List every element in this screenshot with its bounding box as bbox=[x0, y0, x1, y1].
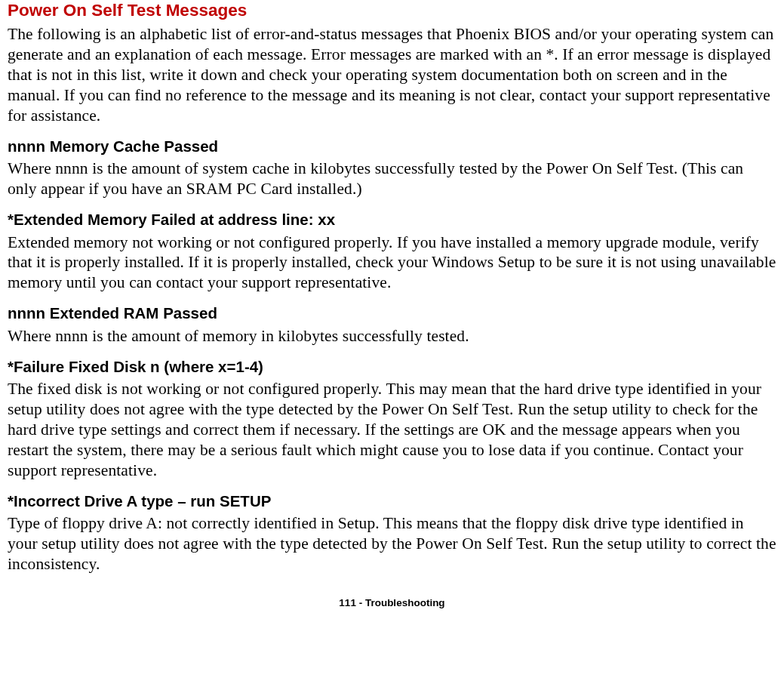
section-body: The fixed disk is not working or not con… bbox=[8, 379, 776, 480]
section-body: Type of floppy drive A: not correctly id… bbox=[8, 513, 776, 574]
section-title: nnnn Memory Cache Passed bbox=[8, 137, 776, 156]
section-title: nnnn Extended RAM Passed bbox=[8, 303, 776, 323]
section-title: *Failure Fixed Disk n (where x=1-4) bbox=[8, 357, 776, 377]
intro-paragraph: The following is an alphabetic list of e… bbox=[8, 24, 776, 125]
page-footer: 111 - Troubleshooting bbox=[8, 597, 776, 610]
page-heading: Power On Self Test Messages bbox=[8, 0, 776, 21]
section-title: *Extended Memory Failed at address line:… bbox=[8, 210, 776, 229]
section-title: *Incorrect Drive A type – run SETUP bbox=[8, 491, 776, 511]
section-body: Where nnnn is the amount of memory in ki… bbox=[8, 326, 776, 346]
section-body: Extended memory not working or not confi… bbox=[8, 233, 776, 294]
section-body: Where nnnn is the amount of system cache… bbox=[8, 159, 776, 199]
